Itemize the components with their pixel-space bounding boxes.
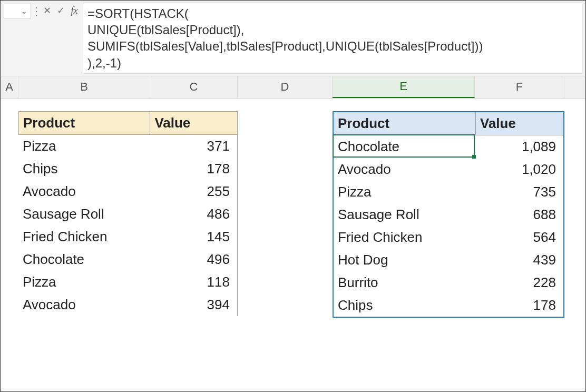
cell-value[interactable]: 255	[150, 180, 237, 203]
header-value[interactable]: Value	[476, 112, 563, 135]
cell-product[interactable]: Chocolate	[334, 135, 476, 158]
table-row: Fried Chicken564	[334, 226, 563, 249]
cell-value[interactable]: 1,089	[476, 135, 563, 158]
table-row: Pizza118	[18, 271, 237, 293]
cell-product[interactable]: Sausage Roll	[334, 203, 476, 226]
cell-product[interactable]: Avocado	[18, 293, 150, 316]
col-header-b[interactable]: B	[18, 76, 150, 98]
col-header-e[interactable]: E	[333, 76, 475, 98]
formula-bar-controls: ✕ ✓ fx	[38, 3, 83, 16]
table-row: Chocolate496	[18, 248, 237, 271]
separator-icon: ⋮	[34, 3, 38, 17]
cell-product[interactable]: Chocolate	[18, 248, 150, 271]
table-row: Pizza735	[334, 181, 563, 203]
table-row: Pizza371	[18, 135, 237, 158]
table-sales-raw: Product Value Pizza371 Chips178 Avocado2…	[18, 111, 238, 316]
table-row: Burrito228	[334, 271, 563, 294]
table-row: Chocolate1,089	[334, 135, 563, 158]
col-header-f[interactable]: F	[475, 76, 564, 98]
table-row: Avocado1,020	[334, 158, 563, 181]
col-header-d[interactable]: D	[238, 76, 333, 98]
cell-product[interactable]: Hot Dog	[334, 249, 476, 271]
cell-value[interactable]: 735	[476, 181, 563, 203]
table-sales-summary: Product Value Chocolate1,089 Avocado1,02…	[333, 111, 564, 318]
table-row: Avocado255	[18, 180, 237, 203]
table-row: Sausage Roll688	[334, 203, 563, 226]
chevron-down-icon[interactable]: ⌄	[21, 7, 27, 15]
cell-product[interactable]: Chips	[334, 294, 476, 317]
header-value[interactable]: Value	[150, 112, 237, 135]
table-row: Sausage Roll486	[18, 203, 237, 226]
cancel-icon[interactable]: ✕	[42, 5, 52, 16]
cell-value[interactable]: 1,020	[476, 158, 563, 181]
table-row: Avocado394	[18, 293, 237, 316]
cell-product[interactable]: Fried Chicken	[334, 226, 476, 249]
cell-product[interactable]: Burrito	[334, 271, 476, 294]
fx-icon[interactable]: fx	[69, 5, 80, 16]
table-header-row: Product Value	[18, 112, 237, 135]
cell-product[interactable]: Fried Chicken	[18, 226, 150, 248]
cell-value[interactable]: 439	[476, 249, 563, 271]
cell-value[interactable]: 486	[150, 203, 237, 226]
cell-value[interactable]: 394	[150, 293, 237, 316]
cell-product[interactable]: Pizza	[334, 181, 476, 203]
column-headers: A B C D E F	[1, 76, 585, 99]
cell-value[interactable]: 118	[150, 271, 237, 293]
header-product[interactable]: Product	[18, 112, 150, 135]
cell-value[interactable]: 496	[150, 248, 237, 271]
cell-value[interactable]: 178	[150, 158, 237, 180]
header-product[interactable]: Product	[334, 112, 476, 135]
formula-input[interactable]: =SORT(HSTACK( UNIQUE(tblSales[Product]),…	[83, 3, 582, 74]
cell-value[interactable]: 564	[476, 226, 563, 249]
cell-value[interactable]: 145	[150, 226, 237, 248]
cell-value[interactable]: 688	[476, 203, 563, 226]
col-header-a[interactable]: A	[1, 76, 18, 98]
cell-value[interactable]: 371	[150, 135, 237, 158]
cell-value[interactable]: 228	[476, 271, 563, 294]
table-header-row: Product Value	[334, 112, 563, 135]
col-header-c[interactable]: C	[150, 76, 238, 98]
enter-icon[interactable]: ✓	[55, 5, 66, 16]
formula-bar: ⌄ ⋮ ✕ ✓ fx =SORT(HSTACK( UNIQUE(tblSales…	[1, 1, 585, 76]
cell-product[interactable]: Pizza	[18, 135, 150, 158]
table-row: Hot Dog439	[334, 249, 563, 271]
cell-product[interactable]: Sausage Roll	[18, 203, 150, 226]
cell-value[interactable]: 178	[476, 294, 563, 317]
cell-product[interactable]: Chips	[18, 158, 150, 180]
table-row: Chips178	[334, 294, 563, 317]
table-row: Fried Chicken145	[18, 226, 237, 248]
cell-product[interactable]: Pizza	[18, 271, 150, 293]
cell-product[interactable]: Avocado	[334, 158, 476, 181]
name-box[interactable]: ⌄	[4, 4, 31, 18]
table-row: Chips178	[18, 158, 237, 180]
cell-product[interactable]: Avocado	[18, 180, 150, 203]
